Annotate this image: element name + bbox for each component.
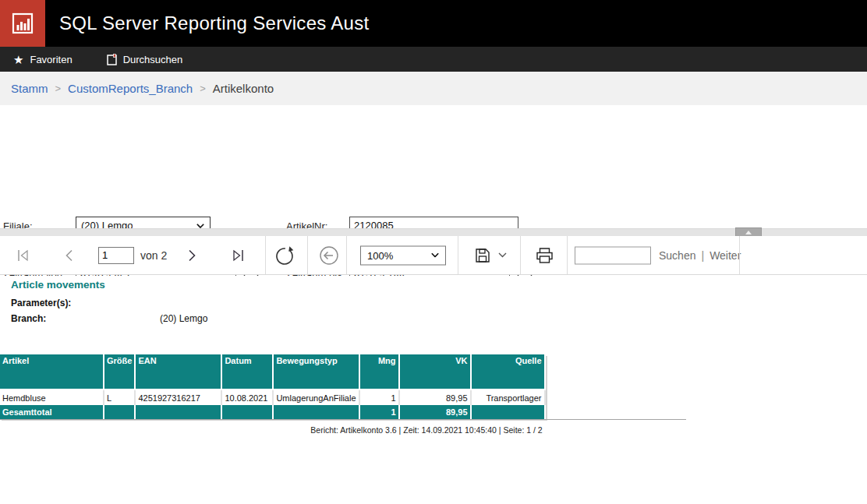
breadcrumb-folder[interactable]: CustomReports_Branch xyxy=(68,82,193,95)
print-button[interactable] xyxy=(533,244,556,266)
cell-mng: 1 xyxy=(359,389,399,405)
refresh-button[interactable] xyxy=(271,242,298,269)
zoom-select[interactable]: 100% xyxy=(360,245,446,265)
cell-bewegungstyp: UmlagerungAnFiliale xyxy=(273,389,359,405)
report-toolbar: von 2 100% xyxy=(0,236,867,275)
total-empty-cell xyxy=(273,405,359,419)
parameter-splitter[interactable] xyxy=(0,228,867,236)
toolbar-divider xyxy=(307,236,308,274)
browse-label: Durchsuchen xyxy=(123,54,183,65)
branch-label: Branch: xyxy=(11,313,46,324)
save-icon xyxy=(474,247,491,264)
search-input[interactable] xyxy=(575,246,651,264)
column-header: Quelle xyxy=(471,354,545,389)
bar-chart-icon xyxy=(12,12,34,34)
next-page-button[interactable] xyxy=(186,248,199,263)
table-total-row: Gesamttotal 1 89,95 xyxy=(0,405,545,419)
back-button[interactable] xyxy=(316,242,342,269)
column-header: Größe xyxy=(104,354,135,389)
star-icon: ★ xyxy=(13,54,23,65)
report-table: Artikel Größe EAN Datum Bewegungstyp Mng… xyxy=(0,354,546,419)
total-vk: 89,95 xyxy=(399,405,471,419)
last-page-button[interactable] xyxy=(229,248,247,263)
column-header: Mng xyxy=(359,354,399,389)
search-links: Suchen|Weiter xyxy=(659,249,741,262)
cell-quelle: Transportlager xyxy=(471,389,545,405)
page-total-label: von 2 xyxy=(140,249,167,262)
total-label: Gesamttotal xyxy=(0,405,104,419)
ssrs-logo[interactable] xyxy=(0,0,45,47)
previous-page-button[interactable] xyxy=(62,248,76,263)
menu-item-favorites[interactable]: ★ Favoriten xyxy=(0,47,83,72)
menu-item-browse[interactable]: Durchsuchen xyxy=(96,47,194,72)
toolbar-divider xyxy=(567,236,568,274)
cell-artikel: Hemdbluse xyxy=(0,389,104,405)
app-title: SQL Server Reporting Services Aust xyxy=(59,12,369,34)
toolbar-divider xyxy=(739,236,740,274)
favorites-label: Favoriten xyxy=(30,54,72,65)
chevron-down-icon xyxy=(196,224,204,228)
parameter-pane: Filiale: (20) Lemgo ArtikelNr: Artikelau… xyxy=(0,105,867,228)
first-page-button[interactable] xyxy=(14,248,32,263)
cell-groesse: L xyxy=(104,389,135,405)
column-header: Bewegungstyp xyxy=(273,354,359,389)
chevron-down-icon xyxy=(498,252,507,258)
report-parameters-heading: Parameter(s): xyxy=(11,298,71,308)
table-row: Hemdbluse L 4251927316217 10.08.2021 Uml… xyxy=(0,389,545,405)
search-link[interactable]: Suchen xyxy=(659,249,695,262)
toolbar-divider xyxy=(265,236,266,274)
report-body: Article movements Parameter(s): Branch: … xyxy=(0,276,867,504)
links-separator: | xyxy=(701,249,704,262)
chevron-down-icon xyxy=(431,253,439,258)
cell-vk: 89,95 xyxy=(399,389,471,405)
toolbar-divider xyxy=(520,236,521,274)
browse-icon xyxy=(107,54,117,65)
top-bar: SQL Server Reporting Services Aust xyxy=(0,0,867,47)
total-mng: 1 xyxy=(359,405,399,419)
table-header-row: Artikel Größe EAN Datum Bewegungstyp Mng… xyxy=(0,354,545,389)
column-header: EAN xyxy=(135,354,221,389)
total-empty-cell xyxy=(135,405,221,419)
column-header: VK xyxy=(399,354,471,389)
total-empty-cell xyxy=(104,405,135,419)
footer-divider xyxy=(0,419,686,420)
report-footer: Bericht: Artikelkonto 3.6 | Zeit: 14.09.… xyxy=(0,425,853,435)
report-title: Article movements xyxy=(11,279,105,291)
breadcrumb-separator: > xyxy=(55,83,62,94)
toolbar-divider xyxy=(458,236,458,274)
total-empty-cell xyxy=(471,405,545,419)
total-empty-cell xyxy=(221,405,273,419)
breadcrumb-current: Artikelkonto xyxy=(213,82,274,95)
menu-bar: ★ Favoriten Durchsuchen xyxy=(0,47,867,72)
breadcrumb: Stamm > CustomReports_Branch > Artikelko… xyxy=(0,72,867,105)
breadcrumb-home[interactable]: Stamm xyxy=(11,82,48,95)
column-header: Artikel xyxy=(0,354,104,389)
breadcrumb-separator: > xyxy=(200,83,206,94)
branch-value: (20) Lemgo xyxy=(160,313,207,324)
page-number-input[interactable] xyxy=(98,247,134,264)
search-next-link[interactable]: Weiter xyxy=(710,249,741,262)
toolbar-divider xyxy=(346,236,347,274)
ssrs-portal: SQL Server Reporting Services Aust ★ Fav… xyxy=(0,0,867,504)
cell-datum: 10.08.2021 xyxy=(221,389,273,405)
cell-ean: 4251927316217 xyxy=(135,389,221,405)
column-header: Datum xyxy=(221,354,273,389)
export-save-button[interactable] xyxy=(472,245,508,266)
chevron-up-icon xyxy=(745,231,752,234)
